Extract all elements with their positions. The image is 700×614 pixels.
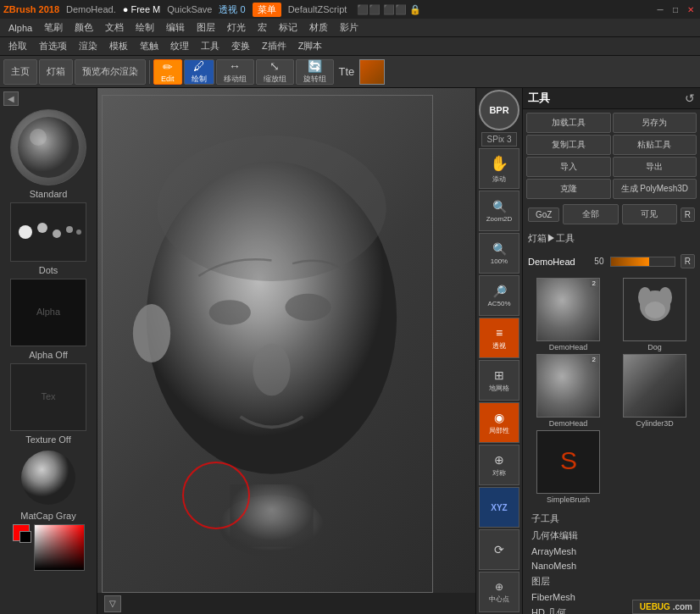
- floor-grid-btn[interactable]: ⊞ 地网格: [479, 360, 519, 401]
- import-btn[interactable]: 导入: [526, 157, 611, 177]
- menu-material[interactable]: 材质: [304, 19, 333, 36]
- draw-btn[interactable]: 🖊 绘制: [184, 59, 214, 85]
- xyz-btn[interactable]: XYZ: [479, 487, 519, 528]
- polymesh-btn[interactable]: 生成 PolyMesh3D: [613, 179, 697, 199]
- tool-item-demohead-1[interactable]: 2 DemoHead: [526, 278, 610, 351]
- menu-preferences[interactable]: 首选项: [34, 38, 72, 54]
- viewport-3d: [97, 88, 475, 614]
- edit-btn[interactable]: ✏ Edit: [153, 59, 182, 85]
- arraymesh-item[interactable]: ArrayMesh: [528, 545, 695, 558]
- menu-color[interactable]: 颜色: [69, 19, 98, 36]
- demohead-thumb-2: 2: [536, 354, 600, 418]
- menu-layer[interactable]: 图层: [192, 19, 220, 36]
- scale-btn[interactable]: ⤡ 缩放组: [256, 59, 294, 85]
- color-picker[interactable]: [13, 524, 85, 575]
- refresh-icon[interactable]: ↺: [685, 91, 695, 105]
- symmetry-btn[interactable]: ⊕ 对称: [479, 445, 519, 485]
- layer-item[interactable]: 图层: [528, 573, 695, 589]
- maximize-btn[interactable]: □: [669, 3, 681, 15]
- quicksave-btn[interactable]: QuickSave: [167, 4, 212, 14]
- menu-marker[interactable]: 标记: [274, 19, 303, 36]
- menu-transform[interactable]: 变换: [226, 38, 255, 54]
- home-btn[interactable]: 主页: [3, 59, 37, 85]
- menu-edit[interactable]: 编辑: [161, 19, 190, 36]
- lightbox-btn[interactable]: 灯箱: [39, 59, 73, 85]
- visible-btn[interactable]: 可见: [622, 204, 677, 224]
- menu-button[interactable]: 菜单: [253, 3, 281, 17]
- menu-movie[interactable]: 影片: [335, 19, 364, 36]
- menu-template[interactable]: 模板: [104, 38, 133, 54]
- tool-item-simplebrush[interactable]: S SimpleBrush: [526, 430, 610, 504]
- viewport-arrow-btn[interactable]: ▽: [104, 595, 121, 612]
- slider-fill: [611, 257, 649, 266]
- clone-btn[interactable]: 克隆: [526, 179, 611, 199]
- menu-zplugin[interactable]: Z插件: [257, 38, 292, 54]
- perspective-label: 透视 0: [219, 3, 245, 16]
- menu-texture[interactable]: 纹理: [165, 38, 194, 54]
- svg-point-23: [645, 301, 665, 318]
- menu-zscript[interactable]: Z脚本: [293, 38, 328, 54]
- window-controls[interactable]: ─ □ ✕: [654, 3, 697, 15]
- sub-tool-item[interactable]: 子工具: [528, 511, 695, 527]
- center-point-btn[interactable]: ⊕ 中心点: [479, 572, 519, 612]
- bpr-btn[interactable]: BPR: [479, 90, 519, 130]
- all-btn[interactable]: 全部: [563, 204, 618, 224]
- brush-label: Standard: [30, 189, 68, 199]
- bpr-label: BPR: [489, 105, 508, 115]
- demohead-slider[interactable]: [610, 257, 675, 267]
- menu-document[interactable]: 文档: [100, 19, 129, 36]
- tools-btn-grid: 加载工具 另存为 复制工具 粘贴工具 导入 导出 克隆 生成 PolyMesh3…: [523, 109, 700, 202]
- rotate-snap-btn[interactable]: ⟳: [479, 529, 519, 570]
- menu-light[interactable]: 灯光: [222, 19, 251, 36]
- alpha-preview[interactable]: Alpha: [10, 279, 86, 346]
- scale-label: 缩放组: [264, 74, 286, 85]
- rotate-btn[interactable]: 🔄 旋转组: [296, 59, 334, 85]
- save-as-btn[interactable]: 另存为: [613, 113, 697, 133]
- color-swatch-toolbar[interactable]: [359, 59, 385, 85]
- nanomesh-item[interactable]: NanoMesh: [528, 559, 695, 573]
- dots-preview[interactable]: [10, 202, 86, 262]
- lightbox-tool-row: 灯箱▶工具: [528, 232, 695, 245]
- menu-stroke[interactable]: 笔触: [135, 38, 164, 54]
- menu-alpha[interactable]: Alpha: [3, 21, 37, 35]
- menu-pickup[interactable]: 拾取: [3, 38, 32, 54]
- export-btn[interactable]: 导出: [613, 157, 697, 177]
- tool-item-cylinder[interactable]: Cylinder3D: [613, 354, 697, 428]
- preview-btn[interactable]: 预览布尔渲染: [75, 59, 146, 85]
- tool-item-demohead-2[interactable]: 2 DemoHead: [526, 354, 610, 428]
- move-btn[interactable]: ↔ 移动组: [216, 59, 254, 85]
- load-tool-btn[interactable]: 加载工具: [526, 113, 611, 133]
- pan-tool-btn[interactable]: ✋ 添动: [479, 148, 519, 189]
- zoom100-btn[interactable]: 🔍 100%: [479, 233, 519, 274]
- background-color[interactable]: [19, 531, 31, 543]
- title-bar: ZBrush 2018 DemoHead. ● Free M QuickSave…: [0, 0, 700, 19]
- menu-render[interactable]: 渲染: [74, 38, 103, 54]
- brush-preview[interactable]: [10, 109, 86, 185]
- zoom2d-btn[interactable]: 🔍 Zoom2D: [479, 191, 519, 231]
- menu-tool[interactable]: 工具: [196, 38, 225, 54]
- right-sidebar: BPR SPix 3 ✋ 添动 🔍 Zoom2D 🔍 100% 🔎 AC50% …: [475, 88, 522, 614]
- copy-tool-btn[interactable]: 复制工具: [526, 135, 611, 155]
- perspective-btn[interactable]: ≡ 透视: [479, 318, 519, 358]
- menu-macro[interactable]: 宏: [253, 19, 272, 36]
- paste-tool-btn[interactable]: 粘贴工具: [613, 135, 697, 155]
- cylinder-label: Cylinder3D: [636, 419, 674, 428]
- separator-1: [149, 60, 150, 84]
- sidebar-collapse-btn[interactable]: ◀: [3, 91, 19, 106]
- matcap-preview[interactable]: [13, 448, 85, 507]
- menu-brush[interactable]: 笔刷: [39, 19, 68, 36]
- demohead-r-btn[interactable]: R: [681, 254, 695, 268]
- zoomAC-btn[interactable]: 🔎 AC50%: [479, 275, 519, 316]
- r-btn[interactable]: R: [681, 207, 695, 222]
- menu-draw[interactable]: 绘制: [131, 19, 159, 36]
- minimize-btn[interactable]: ─: [654, 3, 666, 15]
- local-btn[interactable]: ◉ 局部性: [479, 402, 519, 443]
- texture-preview[interactable]: Tex: [10, 363, 86, 431]
- geo-edit-item[interactable]: 几何体编辑: [528, 528, 695, 544]
- move-label: 移动组: [224, 74, 247, 85]
- close-btn[interactable]: ✕: [685, 3, 697, 15]
- goz-btn[interactable]: GoZ: [528, 207, 559, 222]
- tool-item-dog[interactable]: Dog: [613, 278, 697, 351]
- draw-icon: 🖊: [193, 59, 205, 73]
- color-gradient[interactable]: [34, 524, 85, 571]
